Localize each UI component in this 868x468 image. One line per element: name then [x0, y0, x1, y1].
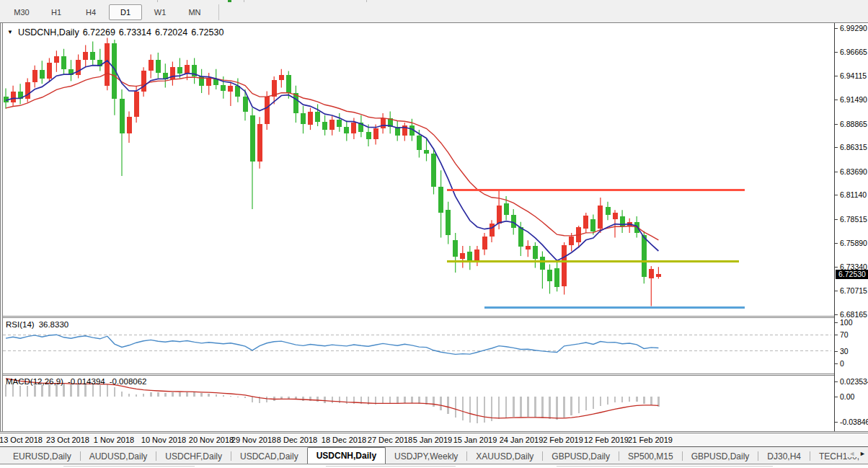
macd-value: -0.014394: [68, 377, 105, 386]
strip-segment: [557, 466, 773, 467]
date-axis-label: 10 Nov 2018: [141, 436, 186, 444]
chart-tab-gbpusd[interactable]: GBPUSD,Daily: [683, 449, 758, 464]
date-axis-label: 18 Dec 2018: [322, 436, 366, 444]
rsi-pane[interactable]: RSI(14)36.8330: [0, 318, 834, 374]
macd-axis-label: 0.00: [840, 392, 854, 401]
axis-tick: [835, 243, 838, 244]
date-axis-label: 1 Nov 2018: [94, 436, 134, 444]
chart-tab-dj30[interactable]: DJ30,H4: [758, 449, 810, 464]
axis-tick: [835, 147, 838, 148]
date-axis-label: 12 Feb 2019: [584, 436, 629, 444]
macd-pane[interactable]: MACD(12,26,9)-0.014394-0.008062: [0, 376, 834, 431]
rsi-name: RSI(14): [6, 320, 35, 329]
price-pane[interactable]: ▼USDCNH,Daily6.722696.733146.720246.7253…: [0, 23, 834, 316]
date-axis-label: 20 Nov 2018: [189, 436, 234, 444]
axis-tick: [835, 124, 838, 125]
current-price-tag: 6.72530: [836, 270, 868, 279]
date-axis-label: 13 Oct 2018: [0, 436, 43, 444]
macd-signal-value: -0.008062: [110, 377, 147, 386]
date-axis-label: 24 Jan 2019: [500, 436, 544, 444]
bar-high: 6.73314: [119, 27, 151, 37]
axis-tick: [835, 322, 838, 323]
strip-segment: [326, 466, 456, 467]
axis-tick: [835, 363, 838, 364]
price-axis-label: 6.70715: [840, 286, 867, 295]
timeframe-button-d1[interactable]: D1: [109, 4, 142, 20]
chart-tab-gbpusd[interactable]: GBPUSD,Daily: [543, 449, 619, 464]
macd-axis-label: 0.023534: [840, 377, 868, 386]
timeframe-button-h1[interactable]: H1: [40, 4, 73, 20]
pane-separator[interactable]: [0, 316, 834, 318]
price-axis-label: 6.99290: [840, 24, 867, 32]
chart-tab-xauusd[interactable]: XAUUSD,Daily: [467, 449, 542, 464]
macd-label: MACD(12,26,9)-0.014394-0.008062: [6, 377, 146, 386]
chart-tab-audusd[interactable]: AUDUSD,Daily: [81, 449, 156, 464]
date-axis-label: 8 Dec 2018: [277, 436, 317, 444]
axis-tick: [835, 351, 838, 352]
chart-tab-sp500[interactable]: SP500,M15: [619, 449, 682, 464]
date-axis-label: 5 Jan 2019: [413, 436, 452, 444]
pane-separator[interactable]: [0, 374, 834, 376]
chart-tabs-bar: EURUSD,DailyAUDUSD,DailyUSDCHF,DailyUSDC…: [0, 447, 868, 464]
bar-low: 6.72024: [155, 27, 187, 37]
timeframe-button-w1[interactable]: W1: [143, 4, 177, 20]
chart-tab-usdcad[interactable]: USDCAD,Daily: [231, 449, 307, 464]
axis-tick: [835, 76, 838, 76]
chart-tab-usdchf[interactable]: USDCHF,Daily: [156, 449, 231, 464]
chart-tab-usdjpy[interactable]: USDJPY,Weekly: [386, 449, 466, 464]
rsi-axis-label: 70: [840, 330, 849, 339]
timeframe-button-m30[interactable]: M30: [5, 4, 38, 20]
price-axis-label: 6.75890: [840, 239, 867, 247]
strip-segment: [63, 466, 195, 467]
bar-close: 6.72530: [191, 27, 223, 37]
rsi-axis-label: 0: [840, 359, 844, 368]
axis-tick: [835, 172, 838, 172]
tab-scroll-left-icon[interactable]: ◄: [849, 450, 855, 457]
axis-tick: [835, 397, 838, 397]
date-axis-label: 15 Jan 2019: [453, 436, 497, 444]
tab-scroll-right-icon[interactable]: ►: [859, 450, 866, 457]
candlestick-chart[interactable]: [0, 23, 834, 316]
price-axis-label: 6.94115: [840, 71, 867, 80]
toolbar-separator: [218, 4, 219, 20]
date-axis-label: 2 Feb 2019: [543, 436, 583, 444]
price-axis-label: 6.78515: [840, 215, 867, 224]
date-axis-label: 27 Dec 2018: [368, 436, 412, 444]
timeframe-button-h4[interactable]: H4: [74, 4, 107, 20]
date-axis-label: 23 Oct 2018: [46, 436, 89, 444]
axis-tick: [835, 267, 838, 268]
rsi-plot: [0, 318, 834, 374]
rsi-axis-label: 100: [840, 318, 853, 327]
axis-tick: [835, 52, 838, 53]
axis-tick: [835, 100, 838, 100]
price-axis-label: 6.81140: [840, 190, 867, 199]
axis-tick: [835, 291, 838, 291]
axis-tick: [835, 381, 838, 382]
rsi-label: RSI(14)36.8330: [6, 320, 68, 329]
axis-tick: [835, 195, 838, 195]
axis-tick: [835, 219, 838, 220]
price-axis-label: 6.88865: [840, 120, 867, 128]
date-axis-label: 21 Feb 2019: [628, 436, 673, 444]
price-axis-label: 6.83690: [840, 167, 867, 176]
chevron-down-icon[interactable]: ▼: [7, 29, 13, 35]
date-axis[interactable]: 13 Oct 201823 Oct 20181 Nov 201810 Nov 2…: [0, 433, 868, 446]
timeframe-toolbar: M30H1H4D1W1MN: [0, 2, 868, 22]
axis-tick: [835, 314, 838, 315]
axis-tick: [835, 28, 838, 29]
chart-window: ▼USDCNH,Daily6.722696.733146.720246.7253…: [0, 22, 868, 447]
macd-axis-label: -0.038466: [840, 418, 868, 426]
chart-tab-usdcnh[interactable]: USDCNH,Daily: [307, 447, 386, 464]
tab-scroll-arrows: ◄ ►: [846, 450, 866, 457]
pane-separator: [0, 431, 868, 433]
axis-tick: [835, 422, 838, 423]
date-axis-label: 29 Nov 2018: [231, 436, 276, 444]
timeframe-button-mn[interactable]: MN: [178, 4, 211, 20]
price-axis-label: 6.96665: [840, 48, 867, 56]
price-axis[interactable]: 6.992906.966656.941156.914906.888656.863…: [834, 23, 868, 431]
bar-open: 6.72269: [83, 27, 115, 37]
chart-tab-eurusd[interactable]: EURUSD,Daily: [4, 449, 80, 464]
mt4-window: M30H1H4D1W1MN ▼USDCNH,Daily6.722696.7331…: [0, 0, 868, 468]
window-left-border: [0, 23, 3, 431]
status-strip: [0, 464, 868, 468]
